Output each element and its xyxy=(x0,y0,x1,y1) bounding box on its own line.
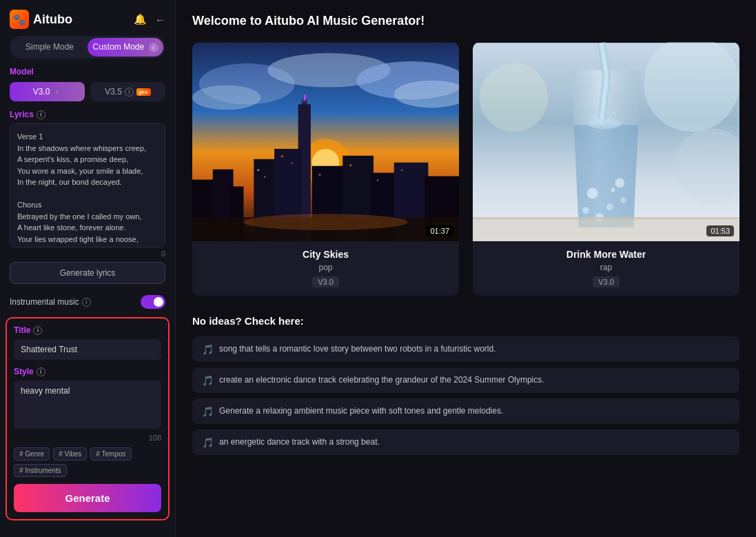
svg-point-5 xyxy=(192,85,260,110)
v30-info-icon: i xyxy=(52,88,61,97)
style-char-count: 108 xyxy=(149,434,161,442)
drink-water-version: V3.0 xyxy=(593,276,620,287)
title-input[interactable] xyxy=(14,339,161,360)
sidebar: 🐾 Aitubo 🔔 ← Simple Mode Custom Mode i M… xyxy=(0,0,176,537)
model-v35[interactable]: V3.5 i pro xyxy=(90,82,165,101)
tag-row: # Genre # Vibes # Tempos # Instruments xyxy=(14,447,161,477)
city-skies-version: V3.0 xyxy=(312,276,339,287)
title-info-icon: i xyxy=(33,326,42,335)
lyrics-textarea[interactable]: Verse 1 In the shadows where whispers cr… xyxy=(10,123,165,247)
svg-point-44 xyxy=(587,118,622,129)
idea-dot-2: 🎵 xyxy=(202,406,214,417)
model-section-label: Model xyxy=(10,67,165,77)
title-style-box: Title i Style i heavy mental 108 # Genre… xyxy=(6,317,170,520)
city-skies-genre: pop xyxy=(199,263,452,272)
instrumental-toggle[interactable] xyxy=(141,295,165,309)
tag-tempos[interactable]: # Tempos xyxy=(90,447,131,460)
tag-vibes[interactable]: # Vibes xyxy=(53,447,87,460)
svg-rect-27 xyxy=(319,174,321,176)
model-options: V3.0 i V3.5 i pro xyxy=(10,82,165,101)
idea-text-3: an energetic dance track with a strong b… xyxy=(219,436,380,448)
custom-mode-info-icon: i xyxy=(149,43,159,52)
idea-item-0[interactable]: 🎵 song that tells a romantic love story … xyxy=(192,336,739,362)
drink-water-info: Drink More Water rap V3.0 xyxy=(473,242,739,296)
idea-dot-1: 🎵 xyxy=(202,375,214,386)
style-textarea[interactable]: heavy mental xyxy=(14,381,161,429)
idea-text-2: Generate a relaxing ambient music piece … xyxy=(219,405,503,417)
instrumental-label: Instrumental music i xyxy=(10,297,91,307)
style-footer: 108 xyxy=(14,434,161,442)
main-content: Welcome to Aitubo AI Music Generator! xyxy=(176,0,756,537)
music-card-city-skies[interactable]: 01:37 City Skies pop V3.0 xyxy=(192,42,459,296)
header-icons: 🔔 ← xyxy=(134,13,165,26)
page-title: Welcome to Aitubo AI Music Generator! xyxy=(192,14,739,28)
drink-water-image xyxy=(473,42,739,242)
ideas-title: No ideas? Check here: xyxy=(192,315,739,327)
lyrics-char-count: 0 xyxy=(10,250,165,258)
style-field-label: Style i xyxy=(14,367,161,376)
mode-tabs: Simple Mode Custom Mode i xyxy=(10,36,165,59)
v35-info-icon: i xyxy=(125,88,134,97)
notification-icon[interactable]: 🔔 xyxy=(134,13,147,26)
svg-point-32 xyxy=(243,214,407,230)
city-skies-image xyxy=(192,42,459,242)
simple-mode-tab[interactable]: Simple Mode xyxy=(12,38,88,57)
svg-rect-28 xyxy=(349,165,351,166)
drink-water-title: Drink More Water xyxy=(480,249,733,260)
drink-water-genre: rap xyxy=(480,263,733,272)
custom-mode-tab[interactable]: Custom Mode i xyxy=(88,38,163,57)
cards-row: 01:37 City Skies pop V3.0 xyxy=(192,42,739,296)
instrumental-info-icon: i xyxy=(82,298,91,307)
back-icon[interactable]: ← xyxy=(155,14,165,26)
svg-rect-24 xyxy=(264,176,265,178)
style-info-icon: i xyxy=(37,367,45,376)
music-card-drink-water[interactable]: 01:53 Drink More Water rap V3.0 xyxy=(473,42,739,296)
svg-point-41 xyxy=(620,197,626,203)
idea-item-1[interactable]: 🎵 create an electronic dance track celeb… xyxy=(192,367,739,393)
city-skies-duration: 01:37 xyxy=(426,225,453,236)
pro-badge: pro xyxy=(136,88,151,96)
logo-area: 🐾 Aitubo xyxy=(10,10,72,29)
generate-lyrics-button[interactable]: Generate lyrics xyxy=(10,262,165,284)
svg-point-43 xyxy=(611,188,615,192)
logo-icon: 🐾 xyxy=(10,10,29,29)
generate-button[interactable]: Generate xyxy=(14,484,161,512)
drink-water-duration: 01:53 xyxy=(706,225,734,236)
svg-point-42 xyxy=(582,207,589,214)
idea-item-2[interactable]: 🎵 Generate a relaxing ambient music piec… xyxy=(192,398,739,424)
idea-item-3[interactable]: 🎵 an energetic dance track with a strong… xyxy=(192,429,739,455)
svg-point-39 xyxy=(615,179,624,188)
ideas-section: No ideas? Check here: 🎵 song that tells … xyxy=(192,315,739,455)
idea-text-1: create an electronic dance track celebra… xyxy=(219,374,544,386)
city-skies-info: City Skies pop V3.0 xyxy=(192,242,459,296)
svg-point-37 xyxy=(587,188,598,199)
svg-rect-23 xyxy=(257,170,259,171)
lyrics-section: Lyrics i Verse 1 In the shadows where wh… xyxy=(10,110,165,284)
svg-rect-45 xyxy=(473,217,739,241)
svg-rect-26 xyxy=(292,163,293,164)
tag-genre[interactable]: # Genre xyxy=(14,447,50,460)
lyrics-info-icon: i xyxy=(37,110,45,119)
title-field-label: Title i xyxy=(14,325,161,335)
svg-rect-30 xyxy=(401,170,403,171)
app-name: Aitubo xyxy=(33,12,72,27)
instrumental-row: Instrumental music i xyxy=(10,295,165,309)
lyrics-label: Lyrics i xyxy=(10,110,165,119)
svg-rect-46 xyxy=(473,217,739,219)
model-v30[interactable]: V3.0 i xyxy=(10,82,85,101)
idea-dot-3: 🎵 xyxy=(202,437,214,448)
sidebar-header: 🐾 Aitubo 🔔 ← xyxy=(0,0,175,36)
svg-rect-25 xyxy=(281,156,283,157)
city-skies-title: City Skies xyxy=(199,249,452,260)
idea-text-0: song that tells a romantic love story be… xyxy=(219,343,496,355)
svg-rect-14 xyxy=(304,95,306,101)
tag-instruments[interactable]: # Instruments xyxy=(14,464,67,477)
svg-rect-29 xyxy=(377,180,378,181)
svg-point-34 xyxy=(480,63,548,132)
idea-dot-0: 🎵 xyxy=(202,344,214,355)
svg-point-38 xyxy=(606,203,613,210)
